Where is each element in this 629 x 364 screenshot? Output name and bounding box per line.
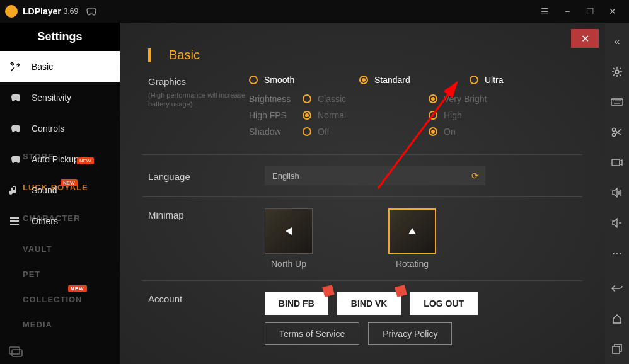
graphics-label: Graphics (High performance will increase… (148, 75, 249, 109)
home-icon[interactable] (605, 304, 629, 334)
bind-vk-button[interactable]: BIND VK (337, 292, 401, 315)
bind-fb-button[interactable]: BIND FB (265, 292, 328, 315)
bg-item-pet: PET (0, 261, 120, 287)
gamepad-icon (84, 7, 97, 16)
sidebar-item-label: Others (32, 216, 58, 226)
sidebar-item-label: Controls (32, 123, 64, 134)
svg-rect-3 (9, 347, 20, 354)
radio-icon (303, 94, 311, 103)
minimap-northup-option[interactable]: North Up (265, 208, 313, 269)
right-toolbar: « ⋯ (605, 23, 629, 364)
radio-icon (429, 94, 437, 103)
list-icon (9, 215, 25, 227)
sidebar-item-autopickup[interactable]: Auto Pickup NEW (0, 144, 120, 174)
back-icon[interactable] (605, 273, 629, 304)
minimize-icon[interactable]: − (556, 0, 579, 23)
music-icon (9, 185, 25, 196)
radio-icon (470, 76, 478, 84)
divider (142, 154, 582, 155)
language-select[interactable]: English ⟳ (265, 166, 485, 185)
svg-rect-13 (614, 103, 620, 104)
new-badge: NEW (61, 179, 78, 186)
chat-icon[interactable] (9, 346, 23, 358)
fps-label: High FPS (249, 110, 303, 120)
sidebar-item-label: Basic (32, 62, 53, 72)
bg-item-vault: VAULT (0, 236, 120, 261)
maximize-icon[interactable]: ☐ (579, 0, 601, 23)
svg-point-10 (616, 100, 618, 101)
fps-normal-radio[interactable]: Normal (303, 110, 429, 120)
app-name: LDPlayer (23, 6, 61, 16)
radio-icon (429, 127, 437, 136)
minimap-preview-image (265, 208, 313, 254)
graphics-ultra-radio[interactable]: Ultra (470, 75, 580, 85)
app-version: 3.69 (64, 7, 78, 16)
brightness-classic-radio[interactable]: Classic (303, 94, 429, 104)
logout-button[interactable]: LOG OUT (410, 292, 478, 315)
minimap-rotating-option[interactable]: Rotating (388, 208, 436, 269)
controller-icon (9, 155, 25, 164)
shadow-label: Shadow (249, 127, 303, 137)
svg-point-12 (620, 100, 621, 101)
controller-icon (9, 93, 25, 102)
new-badge: NEW (77, 157, 94, 164)
gift-icon (395, 285, 408, 297)
keyboard-icon[interactable] (605, 87, 629, 117)
divider (142, 280, 582, 281)
volume-down-icon[interactable] (605, 208, 629, 238)
panel-title: Basic (169, 48, 200, 62)
graphics-smooth-radio[interactable]: Smooth (249, 75, 359, 85)
svg-point-6 (615, 70, 619, 74)
sidebar-item-label: Sound (32, 185, 57, 195)
collapse-icon[interactable]: « (605, 26, 629, 57)
account-label: Account (148, 292, 265, 304)
title-accent-bar (148, 48, 151, 62)
minimap-preview-image (388, 208, 436, 254)
more-icon[interactable]: ⋯ (605, 238, 629, 268)
sidebar-item-basic[interactable]: Basic (0, 51, 120, 82)
sidebar-item-label: Auto Pickup (32, 154, 79, 164)
svg-rect-1 (10, 220, 19, 222)
gift-icon (322, 285, 335, 297)
titlebar: LDPlayer 3.69 ☰ − ☐ ✕ (0, 0, 629, 23)
brightness-verybright-radio[interactable]: Very Bright (429, 94, 539, 104)
sidebar-item-controls[interactable]: Controls (0, 113, 120, 144)
app-logo-icon (5, 5, 18, 18)
fps-high-radio[interactable]: High (429, 110, 539, 120)
volume-up-icon[interactable] (605, 178, 629, 208)
settings-gear-icon[interactable] (605, 57, 629, 87)
multitask-icon[interactable] (605, 334, 629, 364)
sidebar-item-label: Sensitivity (32, 93, 71, 103)
main-panel: ✕ Basic Graphics (High performance will … (120, 23, 605, 364)
settings-sidebar: Settings Basic Sensitivity Controls STOR… (0, 23, 120, 364)
svg-rect-17 (613, 346, 620, 353)
close-window-icon[interactable]: ✕ (601, 0, 624, 23)
language-label: Language (148, 170, 265, 182)
menu-icon[interactable]: ☰ (533, 0, 556, 23)
shadow-off-radio[interactable]: Off (303, 127, 429, 137)
sidebar-item-sensitivity[interactable]: Sensitivity (0, 82, 120, 113)
radio-icon (249, 76, 258, 84)
refresh-icon[interactable]: ⟳ (471, 171, 479, 181)
shadow-on-radio[interactable]: On (429, 127, 539, 137)
sidebar-item-sound[interactable]: Sound NEW (0, 174, 120, 205)
close-panel-button[interactable]: ✕ (571, 29, 599, 48)
record-icon[interactable] (605, 147, 629, 178)
svg-point-8 (613, 100, 614, 101)
svg-rect-2 (10, 224, 19, 225)
svg-rect-7 (611, 99, 623, 105)
divider (142, 196, 582, 197)
sidebar-item-others[interactable]: Others (0, 205, 120, 236)
bg-item-collection: COLLECTIONNEW (0, 287, 120, 312)
bg-item-media: MEDIA (0, 312, 120, 337)
terms-button[interactable]: Terms of Service (265, 322, 359, 345)
graphics-standard-radio[interactable]: Standard (359, 75, 470, 85)
controller-icon (9, 124, 25, 133)
svg-rect-16 (612, 159, 620, 166)
radio-icon (303, 127, 311, 136)
radio-icon (429, 111, 437, 120)
privacy-button[interactable]: Privacy Policy (368, 322, 452, 345)
radio-icon (303, 111, 311, 120)
scissors-icon[interactable] (605, 117, 629, 147)
tools-icon (9, 60, 25, 73)
